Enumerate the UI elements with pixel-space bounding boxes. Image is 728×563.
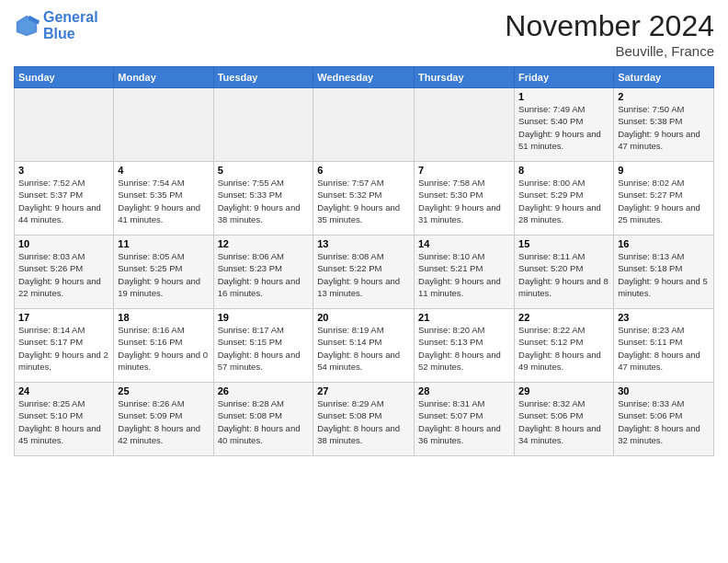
day-info: Sunset: 5:07 PM (418, 409, 510, 421)
day-cell (415, 88, 515, 162)
day-info: Sunrise: 7:57 AM (317, 177, 410, 189)
day-info: Sunset: 5:23 PM (218, 262, 310, 274)
day-info: Daylight: 9 hours and 22 minutes. (18, 275, 109, 300)
day-cell: 28Sunrise: 8:31 AMSunset: 5:07 PMDayligh… (415, 383, 515, 456)
day-number: 26 (218, 385, 310, 396)
day-info: Daylight: 9 hours and 25 minutes. (618, 201, 710, 226)
day-info: Sunset: 5:13 PM (418, 336, 510, 348)
day-info: Sunset: 5:08 PM (218, 409, 310, 421)
day-info: Sunset: 5:30 PM (418, 189, 510, 201)
day-info: Sunset: 5:20 PM (518, 262, 609, 274)
day-number: 12 (218, 238, 310, 249)
day-cell: 13Sunrise: 8:08 AMSunset: 5:22 PMDayligh… (313, 236, 415, 309)
day-cell: 8Sunrise: 8:00 AMSunset: 5:29 PMDaylight… (515, 162, 614, 236)
day-cell: 5Sunrise: 7:55 AMSunset: 5:33 PMDaylight… (213, 162, 313, 236)
day-cell: 17Sunrise: 8:14 AMSunset: 5:17 PMDayligh… (15, 309, 114, 383)
day-cell: 24Sunrise: 8:25 AMSunset: 5:10 PMDayligh… (15, 383, 114, 456)
day-info: Sunrise: 8:22 AM (518, 324, 609, 336)
day-cell: 14Sunrise: 8:10 AMSunset: 5:21 PMDayligh… (415, 236, 515, 309)
day-number: 23 (618, 312, 710, 323)
day-info: Sunset: 5:06 PM (518, 409, 609, 421)
day-info: Sunset: 5:40 PM (518, 115, 609, 127)
calendar-body: 1Sunrise: 7:49 AMSunset: 5:40 PMDaylight… (15, 88, 714, 456)
day-info: Daylight: 8 hours and 36 minutes. (418, 422, 510, 447)
day-info: Sunset: 5:09 PM (118, 409, 209, 421)
header-cell-thursday: Thursday (415, 67, 515, 88)
day-info: Daylight: 9 hours and 41 minutes. (118, 201, 209, 226)
day-number: 1 (518, 91, 609, 102)
day-number: 2 (618, 91, 710, 102)
day-cell: 12Sunrise: 8:06 AMSunset: 5:23 PMDayligh… (213, 236, 313, 309)
day-info: Daylight: 8 hours and 38 minutes. (317, 422, 410, 447)
day-cell: 19Sunrise: 8:17 AMSunset: 5:15 PMDayligh… (213, 309, 313, 383)
day-info: Daylight: 8 hours and 49 minutes. (518, 349, 609, 373)
day-info: Sunrise: 8:16 AM (118, 324, 209, 336)
day-number: 6 (317, 165, 410, 176)
header-cell-monday: Monday (114, 67, 213, 88)
title-block: November 2024 Beuville, France (505, 9, 714, 59)
day-info: Daylight: 9 hours and 38 minutes. (218, 201, 310, 226)
day-cell: 22Sunrise: 8:22 AMSunset: 5:12 PMDayligh… (515, 309, 614, 383)
day-cell (15, 88, 114, 162)
week-row-3: 17Sunrise: 8:14 AMSunset: 5:17 PMDayligh… (15, 309, 714, 383)
day-info: Sunset: 5:26 PM (18, 262, 109, 274)
day-number: 20 (317, 312, 410, 323)
day-info: Daylight: 8 hours and 52 minutes. (418, 349, 510, 373)
day-number: 16 (618, 238, 710, 249)
day-info: Sunrise: 8:05 AM (118, 250, 209, 262)
day-info: Sunrise: 8:10 AM (418, 250, 510, 262)
day-number: 10 (18, 238, 109, 249)
header: General Blue November 2024 Beuville, Fra… (14, 9, 714, 59)
day-cell: 16Sunrise: 8:13 AMSunset: 5:18 PMDayligh… (614, 236, 714, 309)
day-number: 3 (18, 165, 109, 176)
day-info: Sunset: 5:12 PM (518, 336, 609, 348)
day-info: Sunset: 5:25 PM (118, 262, 209, 274)
day-cell: 10Sunrise: 8:03 AMSunset: 5:26 PMDayligh… (15, 236, 114, 309)
day-cell (114, 88, 213, 162)
day-number: 30 (618, 385, 710, 396)
day-cell: 30Sunrise: 8:33 AMSunset: 5:06 PMDayligh… (614, 383, 714, 456)
day-number: 8 (518, 165, 609, 176)
day-info: Daylight: 9 hours and 51 minutes. (518, 128, 609, 153)
day-info: Sunset: 5:18 PM (618, 262, 710, 274)
day-info: Daylight: 9 hours and 5 minutes. (618, 275, 710, 300)
day-cell: 29Sunrise: 8:32 AMSunset: 5:06 PMDayligh… (515, 383, 614, 456)
day-cell: 2Sunrise: 7:50 AMSunset: 5:38 PMDaylight… (614, 88, 714, 162)
week-row-4: 24Sunrise: 8:25 AMSunset: 5:10 PMDayligh… (15, 383, 714, 456)
day-number: 21 (418, 312, 510, 323)
day-number: 18 (118, 312, 209, 323)
day-number: 27 (317, 385, 410, 396)
day-info: Sunrise: 8:26 AM (118, 397, 209, 409)
day-info: Sunrise: 8:13 AM (618, 250, 710, 262)
day-info: Daylight: 8 hours and 34 minutes. (518, 422, 609, 447)
page: General Blue November 2024 Beuville, Fra… (0, 0, 728, 563)
day-cell: 21Sunrise: 8:20 AMSunset: 5:13 PMDayligh… (415, 309, 515, 383)
day-info: Sunset: 5:22 PM (317, 262, 410, 274)
header-cell-saturday: Saturday (614, 67, 714, 88)
day-cell: 7Sunrise: 7:58 AMSunset: 5:30 PMDaylight… (415, 162, 515, 236)
header-row: SundayMondayTuesdayWednesdayThursdayFrid… (15, 67, 714, 88)
day-cell: 11Sunrise: 8:05 AMSunset: 5:25 PMDayligh… (114, 236, 213, 309)
day-info: Sunrise: 7:54 AM (118, 177, 209, 189)
day-info: Daylight: 9 hours and 13 minutes. (317, 275, 410, 300)
location: Beuville, France (505, 43, 714, 59)
day-cell: 27Sunrise: 8:29 AMSunset: 5:08 PMDayligh… (313, 383, 415, 456)
day-info: Sunset: 5:38 PM (618, 115, 710, 127)
day-info: Sunrise: 8:32 AM (518, 397, 609, 409)
day-info: Sunset: 5:16 PM (118, 336, 209, 348)
day-info: Sunrise: 8:14 AM (18, 324, 109, 336)
month-title: November 2024 (505, 9, 714, 43)
day-cell (213, 88, 313, 162)
day-cell (313, 88, 415, 162)
day-info: Daylight: 9 hours and 8 minutes. (518, 275, 609, 300)
day-info: Daylight: 8 hours and 57 minutes. (218, 349, 310, 373)
day-info: Sunset: 5:27 PM (618, 189, 710, 201)
day-info: Sunset: 5:32 PM (317, 189, 410, 201)
day-info: Sunset: 5:21 PM (418, 262, 510, 274)
day-info: Sunrise: 8:00 AM (518, 177, 609, 189)
day-number: 24 (18, 385, 109, 396)
day-info: Daylight: 9 hours and 44 minutes. (18, 201, 109, 226)
day-info: Sunrise: 8:20 AM (418, 324, 510, 336)
header-cell-friday: Friday (515, 67, 614, 88)
day-info: Daylight: 8 hours and 42 minutes. (118, 422, 209, 447)
